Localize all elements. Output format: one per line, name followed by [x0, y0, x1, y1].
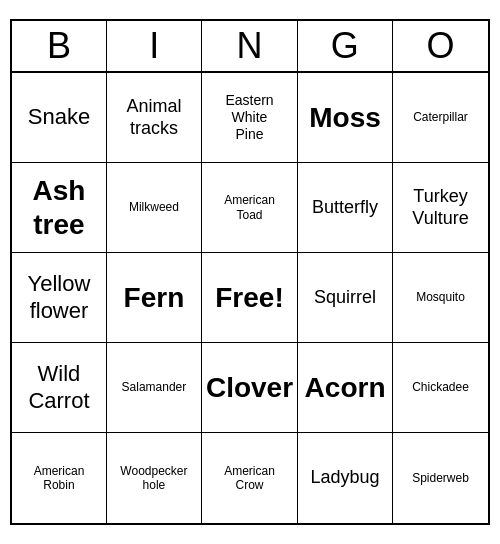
bingo-cell[interactable]: Moss	[298, 73, 393, 163]
cell-label: Milkweed	[129, 200, 179, 214]
cell-label: Caterpillar	[413, 110, 468, 124]
bingo-cell[interactable]: Squirrel	[298, 253, 393, 343]
bingo-cell[interactable]: Free!	[202, 253, 298, 343]
header-letter: B	[12, 21, 107, 71]
cell-label: Spiderweb	[412, 471, 469, 485]
bingo-cell[interactable]: American Crow	[202, 433, 298, 523]
cell-label: Chickadee	[412, 380, 469, 394]
bingo-cell[interactable]: Yellow flower	[12, 253, 107, 343]
bingo-cell[interactable]: Snake	[12, 73, 107, 163]
header-letter: G	[298, 21, 393, 71]
cell-label: American Robin	[34, 464, 85, 493]
bingo-cell[interactable]: American Toad	[202, 163, 298, 253]
bingo-cell[interactable]: Mosquito	[393, 253, 488, 343]
cell-label: Free!	[215, 281, 283, 315]
cell-label: Clover	[206, 371, 293, 405]
bingo-cell[interactable]: American Robin	[12, 433, 107, 523]
cell-label: Acorn	[305, 371, 386, 405]
cell-label: Snake	[28, 104, 90, 130]
bingo-cell[interactable]: Acorn	[298, 343, 393, 433]
bingo-cell[interactable]: Chickadee	[393, 343, 488, 433]
bingo-cell[interactable]: Clover	[202, 343, 298, 433]
bingo-grid: SnakeAnimal tracksEastern White PineMoss…	[12, 73, 488, 523]
bingo-cell[interactable]: Salamander	[107, 343, 202, 433]
cell-label: Fern	[124, 281, 185, 315]
cell-label: American Toad	[224, 193, 275, 222]
bingo-cell[interactable]: Caterpillar	[393, 73, 488, 163]
bingo-cell[interactable]: Spiderweb	[393, 433, 488, 523]
cell-label: Mosquito	[416, 290, 465, 304]
cell-label: Squirrel	[314, 287, 376, 309]
bingo-cell[interactable]: Butterfly	[298, 163, 393, 253]
bingo-cell[interactable]: Fern	[107, 253, 202, 343]
cell-label: Ash tree	[33, 174, 86, 241]
cell-label: Moss	[309, 101, 381, 135]
cell-label: Eastern White Pine	[225, 92, 273, 142]
bingo-cell[interactable]: Ash tree	[12, 163, 107, 253]
cell-label: Yellow flower	[28, 271, 91, 324]
bingo-cell[interactable]: Ladybug	[298, 433, 393, 523]
cell-label: Turkey Vulture	[412, 186, 468, 229]
bingo-cell[interactable]: Animal tracks	[107, 73, 202, 163]
bingo-header: BINGO	[12, 21, 488, 73]
bingo-cell[interactable]: Turkey Vulture	[393, 163, 488, 253]
cell-label: Animal tracks	[126, 96, 181, 139]
header-letter: O	[393, 21, 488, 71]
cell-label: Woodpecker hole	[120, 464, 187, 493]
bingo-cell[interactable]: Wild Carrot	[12, 343, 107, 433]
cell-label: Wild Carrot	[28, 361, 89, 414]
bingo-cell[interactable]: Milkweed	[107, 163, 202, 253]
bingo-card: BINGO SnakeAnimal tracksEastern White Pi…	[10, 19, 490, 525]
header-letter: N	[202, 21, 297, 71]
cell-label: Ladybug	[311, 467, 380, 489]
cell-label: American Crow	[224, 464, 275, 493]
cell-label: Salamander	[122, 380, 187, 394]
bingo-cell[interactable]: Woodpecker hole	[107, 433, 202, 523]
bingo-cell[interactable]: Eastern White Pine	[202, 73, 298, 163]
header-letter: I	[107, 21, 202, 71]
cell-label: Butterfly	[312, 197, 378, 219]
